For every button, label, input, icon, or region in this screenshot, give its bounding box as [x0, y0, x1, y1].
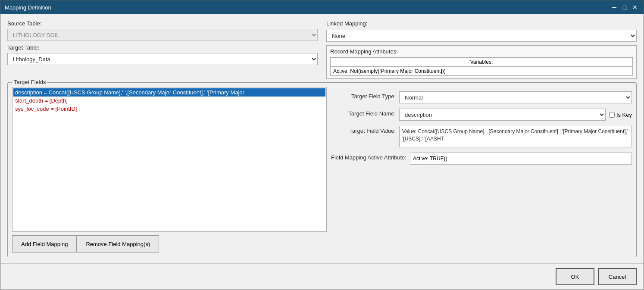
fields-main: description = Concat([USCS Group Name],'…: [12, 87, 632, 253]
target-field-name-value-area: description Is Key: [399, 109, 632, 121]
field-mapping-active-row: Field Mapping Active Attribute: Active: …: [331, 153, 632, 165]
record-mapping-table: Variables: Active: Not(isempty([Primary …: [330, 57, 633, 76]
fields-list-area: description = Concat([USCS Group Name],'…: [12, 87, 327, 253]
list-item[interactable]: start_depth = [Depth]: [13, 97, 325, 105]
add-field-mapping-button[interactable]: Add Field Mapping: [12, 235, 77, 253]
top-section: Source Table: LITHOLOGY SOIL Target Tabl…: [7, 20, 637, 79]
target-field-name-label: Target Field Name:: [331, 109, 396, 117]
field-mapping-active-label: Field Mapping Active Attribute:: [331, 153, 406, 161]
linked-mapping-select[interactable]: None: [326, 30, 637, 42]
target-field-name-select[interactable]: description: [399, 109, 606, 121]
target-field-type-select[interactable]: NormalCalculatedConstant: [399, 91, 632, 103]
list-item[interactable]: description = Concat([USCS Group Name],'…: [13, 88, 325, 97]
target-field-value-area: Value: Concat([USCS Group Name], ,[Secon…: [399, 126, 632, 147]
source-table-section: Source Table: LITHOLOGY SOIL: [7, 20, 318, 41]
target-field-type-value-area: NormalCalculatedConstant: [399, 91, 632, 103]
right-panel: Linked Mapping: None Record Mapping Attr…: [326, 20, 637, 79]
cancel-button[interactable]: Cancel: [598, 268, 637, 285]
title-bar: Mapping Definition ─ □ ✕: [0, 0, 644, 14]
field-mapping-active-area: Active: TRUE(): [410, 153, 632, 165]
linked-mapping-label: Linked Mapping:: [326, 20, 637, 27]
fields-buttons: Add Field Mapping Remove Field Mapping(s…: [12, 235, 327, 253]
target-table-select[interactable]: Lithology_Data: [7, 53, 318, 65]
target-field-name-row: Target Field Name: description Is Key: [331, 109, 632, 121]
variables-header: Variables:: [331, 58, 633, 67]
target-table-label: Target Table:: [7, 44, 318, 51]
maximize-button[interactable]: □: [620, 3, 629, 12]
window-title: Mapping Definition: [5, 4, 51, 11]
target-field-value-row: Target Field Value: Value: Concat([USCS …: [331, 126, 632, 147]
left-panel: Source Table: LITHOLOGY SOIL Target Tabl…: [7, 20, 318, 79]
target-field-type-label: Target Field Type:: [331, 91, 396, 100]
right-config: Target Field Type: NormalCalculatedConst…: [331, 87, 632, 253]
field-mapping-active-text[interactable]: Active: TRUE(): [410, 153, 632, 165]
remove-field-mapping-button[interactable]: Remove Field Mapping(s): [77, 235, 159, 253]
ok-button[interactable]: OK: [556, 268, 594, 285]
footer: OK Cancel: [0, 263, 644, 290]
target-field-value-label: Target Field Value:: [331, 126, 396, 134]
mapping-definition-window: Mapping Definition ─ □ ✕ Source Table: L…: [0, 0, 644, 290]
source-table-label: Source Table:: [7, 20, 318, 27]
target-fields-legend: Target Fields: [12, 79, 47, 85]
record-mapping-active-value: Active: Not(isempty([Primary Major Const…: [331, 67, 633, 76]
source-table-select: LITHOLOGY SOIL: [7, 29, 318, 41]
target-table-section: Target Table: Lithology_Data: [7, 44, 318, 65]
list-item[interactable]: sys_loc_code = [PointID]: [13, 105, 325, 113]
fields-listbox[interactable]: description = Concat([USCS Group Name],'…: [12, 87, 327, 232]
window-controls: ─ □ ✕: [610, 3, 639, 12]
is-key-checkbox[interactable]: [609, 112, 615, 118]
target-field-value-text[interactable]: Value: Concat([USCS Group Name], ,[Secon…: [399, 126, 632, 147]
record-mapping-label: Record Mapping Attributes:: [330, 48, 633, 55]
close-button[interactable]: ✕: [631, 3, 639, 12]
window-body: Source Table: LITHOLOGY SOIL Target Tabl…: [0, 14, 644, 263]
linked-mapping-section: Linked Mapping: None: [326, 20, 637, 42]
is-key-label: Is Key: [609, 112, 632, 118]
name-row: description Is Key: [399, 109, 632, 121]
target-fields-section: Target Fields description = Concat([USCS…: [7, 82, 637, 257]
record-mapping-section: Record Mapping Attributes: Variables: Ac…: [326, 45, 637, 79]
minimize-button[interactable]: ─: [610, 3, 619, 12]
target-field-type-row: Target Field Type: NormalCalculatedConst…: [331, 91, 632, 103]
